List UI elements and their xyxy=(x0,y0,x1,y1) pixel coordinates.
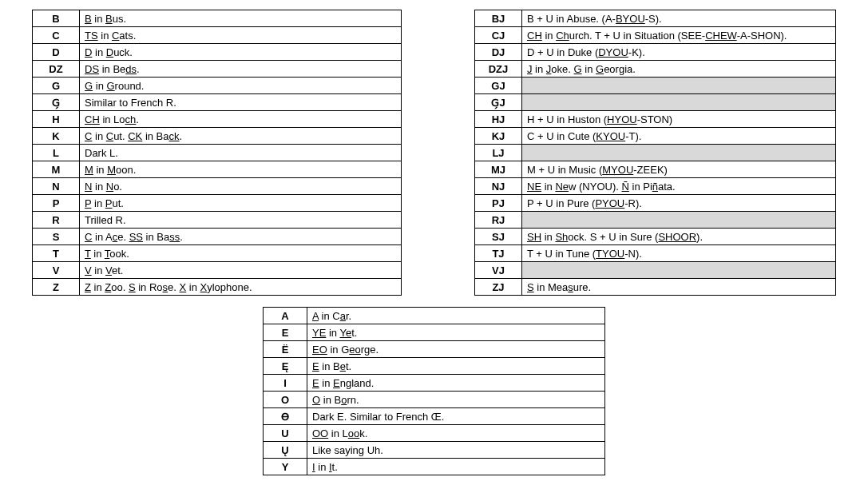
symbol-cell: Ę xyxy=(264,358,307,375)
description-cell xyxy=(522,145,836,161)
symbol-cell: G xyxy=(33,78,80,94)
symbol-cell: RJ xyxy=(475,212,522,229)
description-cell xyxy=(522,212,836,229)
symbol-cell: S xyxy=(33,229,80,245)
symbol-cell: D xyxy=(33,44,80,61)
description-cell: Dark E. Similar to French Œ. xyxy=(307,408,605,425)
table-row: KJC + U in Cute (KYOU-T). xyxy=(475,128,836,145)
table-row: YI in It. xyxy=(264,459,605,475)
table-row: TT in Took. xyxy=(33,245,402,262)
symbol-cell: Ë xyxy=(264,341,307,358)
table-row: SC in Ace. SS in Bass. xyxy=(33,229,402,245)
description-cell: CH in Loch. xyxy=(80,111,402,128)
description-cell: D + U in Duke (DYOU-K). xyxy=(522,44,836,61)
table-row: CTS in Cats. xyxy=(33,27,402,44)
description-cell: I in It. xyxy=(307,459,605,475)
symbol-cell: K xyxy=(33,128,80,145)
description-cell: Like saying Uh. xyxy=(307,442,605,459)
vowel-table: AA in Car.EYE in Yet.ËEO in George.ĘE in… xyxy=(263,307,605,475)
table-row: PJP + U in Pure (PYOU-R). xyxy=(475,195,836,212)
symbol-cell: DZJ xyxy=(475,61,522,78)
description-cell: Dark L. xyxy=(80,145,402,161)
table-row: ËEO in George. xyxy=(264,341,605,358)
table-row: VV in Vet. xyxy=(33,262,402,279)
symbol-cell: GJ xyxy=(475,78,522,94)
table-row: TJT + U in Tune (TYOU-N). xyxy=(475,245,836,262)
table-row: SJSH in Shock. S + U in Sure (SHOOR). xyxy=(475,229,836,245)
description-cell xyxy=(522,262,836,279)
symbol-cell: I xyxy=(264,375,307,392)
table-row: RTrilled R. xyxy=(33,212,402,229)
table-row: LDark L. xyxy=(33,145,402,161)
symbol-cell: Ų xyxy=(264,442,307,459)
symbol-cell: DJ xyxy=(475,44,522,61)
description-cell: E in Bet. xyxy=(307,358,605,375)
symbol-cell: H xyxy=(33,111,80,128)
table-row: MJM + U in Music (MYOU-ZEEK) xyxy=(475,161,836,178)
description-cell: TS in Cats. xyxy=(80,27,402,44)
table-row: BB in Bus. xyxy=(33,10,402,27)
description-cell: CH in Church. T + U in Situation (SEE-CH… xyxy=(522,27,836,44)
description-cell: M + U in Music (MYOU-ZEEK) xyxy=(522,161,836,178)
symbol-cell: V xyxy=(33,262,80,279)
table-row: DZJJ in Joke. G in Georgia. xyxy=(475,61,836,78)
description-cell: YE in Yet. xyxy=(307,324,605,341)
consonant-table-j: BJB + U in Abuse. (A-BYOU-S).CJCH in Chu… xyxy=(474,10,836,296)
symbol-cell: VJ xyxy=(475,262,522,279)
description-cell: Z in Zoo. S in Rose. X in Xylophone. xyxy=(80,279,402,296)
description-cell: C in Cut. CK in Back. xyxy=(80,128,402,145)
symbol-cell: NJ xyxy=(475,178,522,195)
symbol-cell: N xyxy=(33,178,80,195)
table-row: NJNE in New (NYOU). Ñ in Piñata. xyxy=(475,178,836,195)
symbol-cell: SJ xyxy=(475,229,522,245)
table-row: DZDS in Beds. xyxy=(33,61,402,78)
table-row: ZJS in Measure. xyxy=(475,279,836,296)
symbol-cell: G̗J xyxy=(475,94,522,111)
symbol-cell: ZJ xyxy=(475,279,522,296)
description-cell: NE in New (NYOU). Ñ in Piñata. xyxy=(522,178,836,195)
description-cell: Trilled R. xyxy=(80,212,402,229)
symbol-cell: Z xyxy=(33,279,80,296)
description-cell: T in Took. xyxy=(80,245,402,262)
symbol-cell: U xyxy=(264,425,307,442)
table-row: IE in England. xyxy=(264,375,605,392)
symbol-cell: T xyxy=(33,245,80,262)
symbol-cell: P xyxy=(33,195,80,212)
description-cell xyxy=(522,94,836,111)
description-cell: V in Vet. xyxy=(80,262,402,279)
table-row: GG in Ground. xyxy=(33,78,402,94)
symbol-cell: TJ xyxy=(475,245,522,262)
table-row: ĘE in Bet. xyxy=(264,358,605,375)
symbol-cell: Ө xyxy=(264,408,307,425)
symbol-cell: L xyxy=(33,145,80,161)
symbol-cell: Y xyxy=(264,459,307,475)
table-row: HCH in Loch. xyxy=(33,111,402,128)
symbol-cell: B xyxy=(33,10,80,27)
symbol-cell: O xyxy=(264,392,307,408)
table-row: VJ xyxy=(475,262,836,279)
table-row: MM in Moon. xyxy=(33,161,402,178)
symbol-cell: A xyxy=(264,308,307,324)
description-cell: EO in George. xyxy=(307,341,605,358)
description-cell xyxy=(522,78,836,94)
table-row: ŲLike saying Uh. xyxy=(264,442,605,459)
symbol-cell: LJ xyxy=(475,145,522,161)
table-row: DD in Duck. xyxy=(33,44,402,61)
symbol-cell: CJ xyxy=(475,27,522,44)
table-row: KC in Cut. CK in Back. xyxy=(33,128,402,145)
table-row: NN in No. xyxy=(33,178,402,195)
description-cell: OO in Look. xyxy=(307,425,605,442)
description-cell: G in Ground. xyxy=(80,78,402,94)
table-row: PP in Put. xyxy=(33,195,402,212)
description-cell: B + U in Abuse. (A-BYOU-S). xyxy=(522,10,836,27)
symbol-cell: R xyxy=(33,212,80,229)
symbol-cell: G̗ xyxy=(33,94,80,111)
table-row: CJCH in Church. T + U in Situation (SEE-… xyxy=(475,27,836,44)
description-cell: T + U in Tune (TYOU-N). xyxy=(522,245,836,262)
symbol-cell: E xyxy=(264,324,307,341)
symbol-cell: M xyxy=(33,161,80,178)
table-row: AA in Car. xyxy=(264,308,605,324)
table-row: OO in Born. xyxy=(264,392,605,408)
description-cell: P in Put. xyxy=(80,195,402,212)
table-row: LJ xyxy=(475,145,836,161)
